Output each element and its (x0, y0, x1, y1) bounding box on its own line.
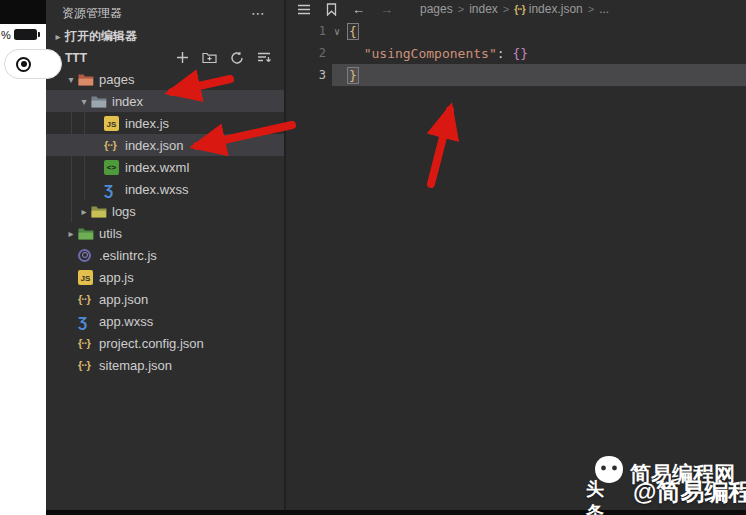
capsule-button[interactable] (4, 49, 62, 79)
wxml-file-icon: <> (104, 160, 119, 175)
menu-icon[interactable] (297, 4, 311, 15)
collapse-folders-icon[interactable] (257, 51, 271, 64)
tree-item-label: logs (112, 204, 136, 219)
forward-icon[interactable]: → (380, 2, 393, 17)
project-section[interactable]: ▾ TTT (46, 47, 284, 68)
refresh-icon[interactable] (230, 51, 244, 65)
tree-item-.eslintrc.js[interactable]: .eslintrc.js (46, 244, 284, 266)
chevron-down-icon[interactable]: ▾ (64, 74, 78, 85)
line-number: 3 (286, 68, 326, 82)
battery-icon (14, 29, 37, 40)
tree-item-app.json[interactable]: {··}app.json (46, 288, 284, 310)
new-folder-icon[interactable] (202, 51, 217, 64)
simulator-statusbar: % (0, 27, 46, 42)
code-token: { (347, 23, 359, 40)
explorer-header: 资源管理器 ⋯ (46, 0, 284, 26)
tree-item-index[interactable]: ▾ index (46, 90, 284, 112)
chevron-right-icon[interactable]: ▸ (77, 206, 91, 217)
chevron-down-icon[interactable]: ▾ (77, 96, 91, 107)
record-icon (16, 57, 31, 72)
chevron-right-icon: ▸ (51, 31, 65, 42)
tree-item-label: app.js (99, 270, 134, 285)
tree-item-label: app.json (99, 292, 148, 307)
json-file-icon: {··} (78, 337, 90, 349)
tree-item-label: .eslintrc.js (99, 248, 157, 263)
wxss-file-icon: Ʒ (78, 314, 87, 329)
json-file-icon: {··} (104, 139, 116, 151)
open-editors-section[interactable]: ▸ 打开的编辑器 (46, 26, 284, 47)
bottom-black-bar (46, 510, 746, 515)
folder-utils-icon (78, 227, 94, 240)
code-line-2[interactable]: 2 "usingComponents": {} (286, 42, 746, 64)
breadcrumb: pages>index>{··}index.json>... (420, 2, 609, 16)
tree-item-label: sitemap.json (99, 358, 172, 373)
tree-item-index.js[interactable]: JSindex.js (46, 112, 284, 134)
current-line-highlight (332, 64, 746, 86)
breadcrumb-item-pages[interactable]: pages (420, 2, 453, 16)
new-file-icon[interactable] (176, 51, 189, 64)
breadcrumb-separator: > (503, 3, 509, 15)
code-token (348, 46, 364, 61)
code-token: "usingComponents" (364, 46, 497, 61)
json-file-icon: {··} (78, 359, 90, 371)
open-editors-label: 打开的编辑器 (65, 28, 137, 45)
json-file-icon: {··} (514, 4, 524, 15)
tree-item-index.json[interactable]: {··}index.json (46, 134, 284, 156)
tree-item-label: index.wxml (125, 160, 189, 175)
folder-pages-icon (78, 73, 94, 86)
folder-index-icon (91, 95, 107, 108)
code-token: {} (512, 46, 528, 61)
breadcrumb-separator: > (458, 3, 464, 15)
tree-item-label: utils (99, 226, 122, 241)
tree-item-label: index.json (125, 138, 184, 153)
json-file-icon: {··} (78, 293, 90, 305)
folder-logs-icon (91, 205, 107, 218)
chevron-right-icon[interactable]: ▸ (64, 228, 78, 239)
tree-item-label: project.config.json (99, 336, 204, 351)
back-icon[interactable]: ← (352, 2, 365, 17)
tree-item-label: index.js (125, 116, 169, 131)
tree-item-logs[interactable]: ▸ logs (46, 200, 284, 222)
tree-item-project.config.json[interactable]: {··}project.config.json (46, 332, 284, 354)
breadcrumb-item-index.json[interactable]: index.json (529, 2, 583, 16)
eslint-file-icon (78, 249, 91, 262)
code-token: : (497, 46, 513, 61)
tree-item-app.wxss[interactable]: Ʒapp.wxss (46, 310, 284, 332)
tree-item-label: app.wxss (99, 314, 153, 329)
app-root: % 资源管理器 ⋯ ▸ 打开的编辑器 ▾ TTT (0, 0, 746, 515)
breadcrumb-item-index[interactable]: index (469, 2, 498, 16)
project-label: TTT (65, 51, 87, 65)
tree-item-index.wxml[interactable]: <>index.wxml (46, 156, 284, 178)
more-actions-icon[interactable]: ⋯ (251, 5, 266, 21)
tree-item-sitemap.json[interactable]: {··}sitemap.json (46, 354, 284, 376)
tree-item-label: pages (99, 72, 134, 87)
js-file-icon: JS (104, 116, 119, 131)
code-line-1[interactable]: 1∨{ (286, 20, 746, 42)
battery-percent-label: % (1, 29, 11, 41)
tree-item-label: index.wxss (125, 182, 189, 197)
code-area[interactable]: 1∨{2 "usingComponents": {}3} (286, 20, 746, 86)
explorer-sidebar: 资源管理器 ⋯ ▸ 打开的编辑器 ▾ TTT ▾ pages▾ indexJSi… (46, 0, 284, 510)
code-line-3[interactable]: 3} (286, 64, 746, 86)
breadcrumb-item-...[interactable]: ... (599, 2, 609, 16)
wxss-file-icon: Ʒ (104, 182, 113, 197)
line-number: 1 (286, 24, 326, 38)
explorer-title: 资源管理器 (62, 5, 122, 22)
simulator-top-black (0, 0, 46, 24)
simulator-edge: % (0, 0, 46, 515)
file-tree: ▾ pages▾ indexJSindex.js{··}index.json<>… (46, 68, 284, 376)
editor-topbar: ← → pages>index>{··}index.json>... (286, 0, 746, 18)
breadcrumb-separator: > (588, 3, 594, 15)
bookmark-icon[interactable] (326, 3, 337, 16)
tree-item-label: index (112, 94, 143, 109)
tree-item-app.js[interactable]: JSapp.js (46, 266, 284, 288)
line-number: 2 (286, 46, 326, 60)
tree-item-index.wxss[interactable]: Ʒindex.wxss (46, 178, 284, 200)
tree-item-pages[interactable]: ▾ pages (46, 68, 284, 90)
fold-chevron-icon[interactable]: ∨ (326, 26, 348, 37)
code-token: } (347, 67, 359, 84)
editor-pane: ← → pages>index>{··}index.json>... 1∨{2 … (284, 0, 746, 510)
js-file-icon: JS (78, 270, 93, 285)
tree-item-utils[interactable]: ▸ utils (46, 222, 284, 244)
project-toolbar (176, 51, 284, 65)
